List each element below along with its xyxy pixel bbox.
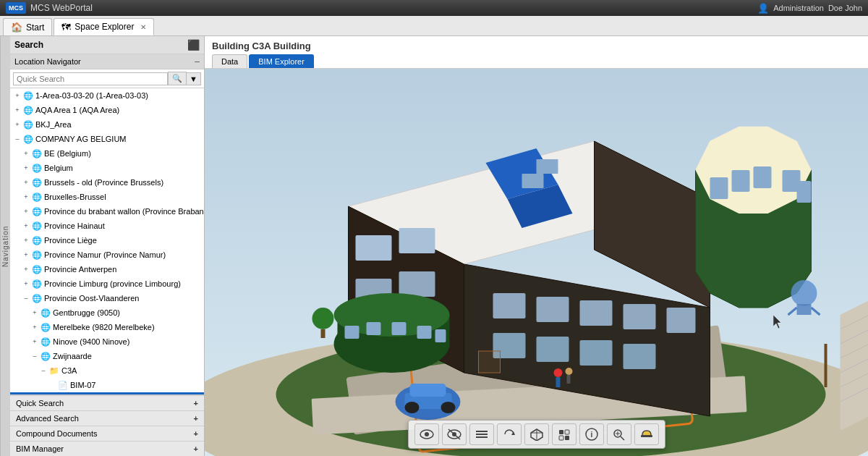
tree-item[interactable]: + 🌐 Brussels - old (Province Brussels) [10,175,204,190]
rotate-button[interactable] [497,423,522,445]
expand-icon: + [22,220,30,232]
tree-item[interactable]: + 🌐 Provincie Antwerpen [10,262,204,276]
tree-item[interactable]: – 🌐 Provincie Oost-Vlaanderen [10,291,204,305]
hide-button[interactable] [442,423,467,445]
bim-manager-section[interactable]: BIM Manager + [10,441,204,456]
tree-item-label: 1-Area-03-03-20 (1-Area-03-03) [35,90,148,101]
tree-item[interactable]: + 🌐 Ninove (9400 Ninove) [10,334,204,349]
tree-item[interactable]: + 🌐 Province Liège [10,233,204,248]
tree-item[interactable]: – 🌐 Zwijnaarde [10,349,204,363]
svg-rect-27 [522,174,544,188]
tree-item[interactable]: + 🌐 Belgium [10,161,204,175]
collapse-button[interactable]: ⬛ [187,39,200,51]
tree-item[interactable]: – 🌐 COMPANY AG BELGIUM [10,132,204,146]
building-scene-svg [205,69,868,456]
tab-space-explorer[interactable]: 🗺 Space Explorer ✕ [54,18,154,35]
svg-rect-22 [624,344,656,369]
info-button[interactable]: i [579,423,604,445]
svg-rect-43 [435,329,446,342]
tab-close-icon[interactable]: ✕ [140,23,146,31]
advanced-search-section[interactable]: Advanced Search + [10,410,204,426]
expand-icon: + [22,177,30,188]
safety-button[interactable] [634,423,659,445]
tree-item[interactable]: + 🌐 Bruxelles-Brussel [10,190,204,204]
nav-label: Navigation [0,36,10,456]
layers-button[interactable] [469,423,494,445]
tree-item[interactable]: 📄 BIM-07 [10,378,204,392]
svg-rect-52 [567,375,571,384]
tree-item[interactable]: + 🌐 Province Namur (Province Namur) [10,248,204,262]
expand-icon: + [22,148,30,159]
tree-item[interactable]: – 📁 C3A [10,363,204,378]
tree-item[interactable]: + 🌐 Gentbrugge (9050) [10,305,204,320]
svg-rect-74 [476,431,488,432]
expand-icon: + [13,119,22,130]
globe-icon: 🌐 [32,235,42,245]
svg-rect-50 [556,377,561,387]
tree-item[interactable]: + 🌐 AQA Area 1 (AQA Area) [10,103,204,117]
expand-icon: – [13,133,22,145]
svg-rect-18 [667,308,696,333]
tree-item[interactable]: + 🌐 BKJ_Area [10,117,204,132]
tree-item-label: Provincie Limburg (province Limbourg) [44,278,181,290]
tree-item[interactable]: + 🌐 Provincie Limburg (province Limbourg… [10,276,204,291]
svg-rect-90 [641,435,652,437]
quick-search-section[interactable]: Quick Search + [10,395,204,410]
tree-item-label: Provincie Oost-Vlaanderen [44,292,139,304]
tree-item-label: COMPANY AG BELGIUM [35,133,127,145]
svg-rect-82 [559,436,563,440]
quick-search-label: Quick Search [16,399,64,408]
tree-item-label: Belgium [44,162,73,174]
expand-icon: – [22,292,30,304]
tree-item[interactable]: + 🌐 Province Hainaut [10,219,204,233]
start-icon: 🏠 [11,22,22,33]
show-button[interactable] [414,423,439,445]
svg-point-51 [566,368,573,375]
tree-item-label: Bruxelles-Brussel [44,191,106,203]
svg-rect-15 [537,297,569,322]
search-header: Search ⬛ [10,36,204,54]
svg-rect-75 [476,436,488,438]
globe-icon: 🌐 [32,177,42,187]
tree-item-label: Ninove (9400 Ninove) [53,336,129,347]
bim-viewer[interactable]: i [205,69,868,456]
admin-label[interactable]: Administration [773,4,824,12]
globe-icon: 🌐 [32,221,42,231]
tree-item[interactable]: + 🌐 1-Area-03-03-20 (1-Area-03-03) [10,88,204,103]
tab-space-explorer-label: Space Explorer [75,22,134,32]
3d-view-button[interactable] [524,423,549,445]
tree-item[interactable]: + 🌐 BE (Belgium) [10,146,204,161]
topbar-right: 👤 Administration Doe John [757,3,862,14]
folder-icon: 📁 [49,366,59,376]
user-label: Doe John [828,4,862,12]
bim-manager-label: BIM Manager [16,444,64,453]
svg-rect-46 [410,384,446,397]
location-nav-collapse[interactable]: – [195,56,200,67]
tree-item-label: AQA Area 1 (AQA Area) [35,104,119,116]
user-icon: 👤 [757,3,769,14]
svg-rect-13 [399,271,435,297]
compound-docs-section[interactable]: Compound Documents + [10,426,204,441]
tab-start[interactable]: 🏠 Start [3,18,52,35]
svg-rect-26 [537,159,558,174]
tree-item[interactable]: + 🌐 Merelbeke (9820 Merelbeke) [10,320,204,334]
svg-rect-10 [356,235,392,261]
svg-rect-14 [493,293,526,318]
location-nav-label: Location Navigator [14,57,81,66]
search-zoom-button[interactable] [607,423,631,445]
tab-bim-explorer[interactable]: BIM Explorer [249,54,314,68]
search-submit-button[interactable]: 🔍 [168,72,187,85]
content-area: Building C3A Building Data BIM Explorer [205,36,868,456]
quick-search-input[interactable] [13,72,168,85]
globe-icon: 🌐 [32,163,42,173]
globe-icon: 🌐 [32,293,42,303]
tree-item[interactable]: + 🌐 Province du brabant wallon (Province… [10,204,204,219]
tree-item-label: BKJ_Area [35,119,72,130]
svg-rect-33 [754,166,772,188]
globe-icon: 🌐 [23,90,33,101]
tree-item-label: BIM-07 [70,379,95,391]
tab-data[interactable]: Data [212,54,247,68]
search-dropdown-button[interactable]: ▼ [187,72,201,85]
components-button[interactable] [552,423,576,445]
svg-rect-83 [565,436,569,440]
